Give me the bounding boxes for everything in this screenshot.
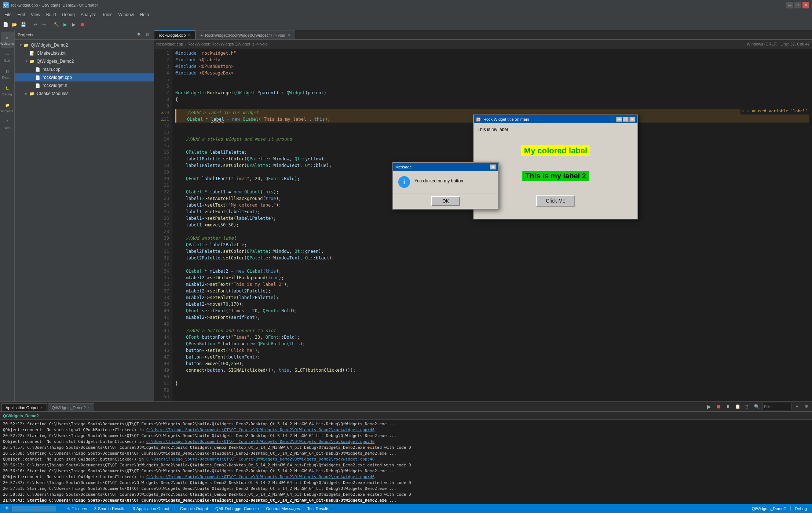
cmake-icon: 📝 [29,51,35,56]
app-output-count: 3 [133,506,135,511]
sidebar-welcome[interactable]: ⌂ Welcome [1,32,14,48]
compile-output-item[interactable]: Compile Output [178,504,210,513]
code-line-54 [175,400,809,401]
new-button[interactable]: 📄 [1,21,10,29]
tab-label: rockwidget.cpp [159,33,186,37]
tree-item-subfolder[interactable]: ▼ 📁 QtWidgets_Demo2 [15,57,154,65]
pause-output-button[interactable]: ⏸ [724,403,732,411]
test-results-item[interactable]: Test Results [305,504,332,513]
add-tab-button[interactable]: + [793,403,801,411]
collapse-tree-button[interactable]: ⊟ [144,32,151,38]
dialog-ok-button[interactable]: OK [431,196,460,206]
run-button[interactable]: ▶ [61,21,69,29]
save-button[interactable]: 💾 [19,21,27,29]
status-separator-3 [790,506,791,511]
close-button[interactable]: ✕ [802,2,809,8]
search-locate-item[interactable]: 🔍 [3,504,58,513]
menu-build[interactable]: Build [43,11,59,18]
sidebar-debug[interactable]: 🐛 Debug [1,82,14,98]
sidebar-help[interactable]: ? Help [1,116,14,132]
menu-edit[interactable]: Edit [14,11,28,18]
tab-function-view[interactable]: ● RockWidget::RockWidget(QWidget *) -> v… [195,30,295,39]
open-button[interactable]: 📂 [10,21,18,29]
output-link[interactable]: C:\Users\Thiago_Souto\Documents\QT\QT Co… [146,439,375,444]
output-text[interactable]: 20:52:12: Starting C:\Users\Thiago Souto… [0,420,812,504]
issues-item[interactable]: ⚠ 2 Issues [64,504,89,513]
menu-window[interactable]: Window [116,11,137,18]
split-output-button[interactable]: ⊞ [802,403,811,411]
bottom-tab-label: Application Output [6,405,39,410]
sidebar-projects[interactable]: 📁 Projects [1,99,14,115]
code-line-39: mLabel2->move(70,170); [175,301,809,308]
search-results-count: 3 [94,506,96,511]
output-line: 20:57:51: Starting C:\Users\Thiago Souto… [3,486,809,492]
menu-help[interactable]: Help [137,11,152,18]
code-editor[interactable]: #include "rockwidget.h" #include <QLabel… [172,48,812,401]
debug-mode-item[interactable]: Debug [793,506,809,511]
tree-item-rockwidget-h[interactable]: 📄 rockwidget.h [15,81,154,90]
tree-item-main-cpp[interactable]: 📄 main.cpp [15,65,154,73]
qml-debugger-item[interactable]: QML Debugger Console [213,504,261,513]
redo-button[interactable]: ↪ [40,21,48,29]
search-results-item[interactable]: 3 Search Results [92,504,128,513]
code-line-42 [175,321,809,327]
help-icon: ? [4,118,11,125]
menu-debug[interactable]: Debug [59,11,78,18]
stop-button[interactable]: ⏹ [78,21,87,29]
stop-output-button[interactable]: ⏹ [714,403,723,411]
tree-item-label: main.cpp [43,67,61,72]
qt-close-button[interactable]: ✕ [629,117,635,122]
tab-rockwidget-cpp[interactable]: rockwidget.cpp ✕ [154,30,195,39]
filter-input[interactable] [764,404,790,409]
bottom-tab-close[interactable]: ✕ [40,406,43,410]
zoom-output-button[interactable]: 🔍 [753,403,761,411]
bottom-tab-app-output[interactable]: Application Output ✕ [1,403,47,411]
maximize-button[interactable]: □ [794,2,801,8]
output-link[interactable]: C:\Users\Thiago_Souto\Documents\QT\QT Co… [146,457,375,462]
run-output-button[interactable]: ▶ [705,403,713,411]
minimize-button[interactable]: — [786,2,793,8]
tab-close-function[interactable]: ✕ [288,33,290,37]
sidebar-edit[interactable]: ✏ Edit [1,48,14,65]
qt-minimize-button[interactable]: — [616,117,622,122]
tree-item-cmake[interactable]: 📝 CMakeLists.txt [15,49,154,57]
code-line-4: #include <QMessageBox> [175,70,809,76]
tree-item-rockwidget-cpp[interactable]: 📄 rockwidget.cpp [15,73,154,81]
code-line-49: connect(button, SIGNAL(clicked()), this,… [175,367,809,374]
menu-view[interactable]: View [28,11,43,18]
general-messages-item[interactable]: General Messages [264,504,302,513]
menu-analyze[interactable]: Analyze [78,11,99,18]
debug-run-button[interactable]: ▶ [70,21,78,29]
filter-tree-button[interactable]: 🔍 [136,32,143,38]
search-input[interactable] [12,506,56,512]
code-line-46: button->setText("Click Me"); [175,347,809,354]
build-button[interactable]: 🔨 [52,21,60,29]
menu-tools[interactable]: Tools [99,11,116,18]
bottom-tab-project[interactable]: QtWidgets_Demo2 ✕ [48,403,94,411]
cmake-modules-icon: 📁 [29,91,35,96]
clipboard-output-button[interactable]: 📋 [734,403,742,411]
tree-item-cmake-modules[interactable]: ▶ 📁 CMake Modules [15,90,154,98]
qt-widget-title: Rock Widget title on main [483,117,529,121]
menu-file[interactable]: File [1,11,14,18]
qt-click-me-button[interactable]: Click Me [536,195,575,207]
message-dialog-close[interactable]: ✕ [490,164,496,170]
output-link[interactable]: C:\Users\Thiago_Souto\Documents\QT\QT Co… [146,474,375,479]
line-number-block: 123456789 ⚠10 ⚠11 121314151617181920 212… [154,50,169,401]
cpp-icon: 📄 [35,75,41,80]
qt-maximize-button[interactable]: □ [623,117,629,122]
sidebar-design[interactable]: ◧ Design [1,65,14,81]
project-name-item[interactable]: QtWidgets_Demo2 [750,506,788,511]
welcome-label: Welcome [0,42,14,46]
bottom-tab-close-2[interactable]: ✕ [87,406,90,410]
message-text: You clicked on my button [414,176,463,183]
undo-button[interactable]: ↩ [31,21,39,29]
clear-output-button[interactable]: 🗑 [743,403,751,411]
test-results-label: Test Results [307,506,329,511]
output-link[interactable]: C:\Users\Thiago_Souto\Documents\QT\QT Co… [146,428,375,432]
tree-item-root[interactable]: ▼ 📁 QtWidgets_Demo2 [15,41,154,49]
output-line: 20:54:57: C:\Users\Thiago Souto\Document… [3,445,809,451]
code-line-2: #include <QLabel> [175,57,809,63]
tab-close-rockwidget[interactable]: ✕ [188,33,191,37]
app-output-item[interactable]: 3 Application Output [131,504,172,513]
